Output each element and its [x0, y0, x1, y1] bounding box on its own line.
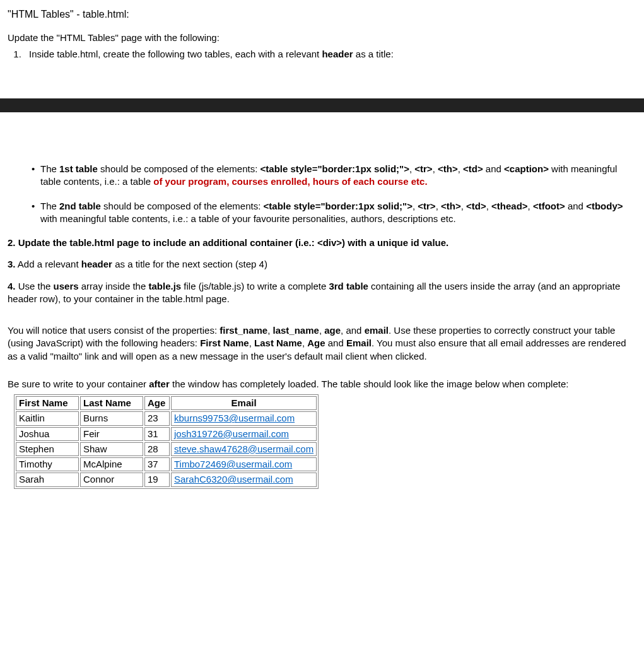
- b1-k: and: [483, 163, 504, 174]
- p2-o: and: [325, 338, 346, 348]
- p2-l: Last Name: [254, 338, 302, 348]
- table-row: TimothyMcAlpine37Timbo72469@usermail.com: [16, 457, 317, 471]
- b2-d: <table style="border:1px solid;">: [264, 201, 413, 211]
- b1-b: 1st table: [59, 163, 98, 174]
- users-table: First Name Last Name Age Email KaitlinBu…: [14, 394, 319, 489]
- s4-c: users: [54, 281, 79, 291]
- b2-c: should be composed of the elements:: [101, 201, 264, 211]
- b2-i: ,: [461, 201, 466, 211]
- cell-last: Feir: [80, 427, 143, 441]
- cell-first: Sarah: [16, 473, 79, 486]
- b2-q: with meaningful table contents, i.e.: a …: [40, 213, 456, 224]
- cell-last: McAlpine: [80, 457, 143, 471]
- table-row: KaitlinBurns23kburns99753@usermail.com: [16, 411, 317, 425]
- b1-c: should be composed of the elements:: [98, 163, 261, 174]
- cell-last: Shaw: [80, 442, 143, 456]
- s3-c: header: [81, 259, 112, 269]
- p2-j: First Name: [200, 338, 249, 348]
- s3-d: as a title for the next section (step 4): [112, 259, 267, 269]
- cell-age: 31: [144, 427, 170, 441]
- s4-e: table.js: [148, 281, 181, 291]
- b1-i: ,: [458, 163, 463, 174]
- b1-f: <tr>: [414, 163, 432, 174]
- step1-text-a: Inside table.html, create the following …: [29, 49, 322, 59]
- cell-email: SarahC6320@usermail.com: [171, 473, 317, 486]
- p2-p: Email: [346, 338, 372, 348]
- p2-m: ,: [302, 338, 307, 348]
- b2-a: The: [40, 201, 59, 211]
- cell-age: 28: [144, 442, 170, 456]
- page-title: "HTML Tables" - table.html:: [8, 8, 636, 21]
- b1-d: <table style="border:1px solid;">: [261, 163, 409, 174]
- intro-line: Update the "HTML Tables" page with the f…: [8, 32, 636, 44]
- divider-bar: [0, 98, 644, 112]
- col-email: Email: [171, 396, 317, 410]
- b2-m: ,: [528, 201, 533, 211]
- step-2: 2. Update the table.html page to include…: [8, 237, 636, 249]
- b1-j: <td>: [463, 163, 483, 174]
- step-3: 3. Add a relevant header as a title for …: [8, 258, 636, 271]
- b2-o: and: [565, 201, 586, 211]
- email-link[interactable]: SarahC6320@usermail.com: [174, 474, 293, 484]
- cell-first: Joshua: [16, 427, 79, 441]
- s3-a: 3.: [8, 259, 16, 269]
- b2-k: ,: [486, 201, 491, 211]
- b2-b: 2nd table: [59, 201, 101, 211]
- col-last-name: Last Name: [80, 396, 143, 410]
- bullet-1: • The 1st table should be composed of th…: [8, 163, 636, 189]
- s4-f: file (js/table.js) to write a complete: [181, 281, 329, 291]
- p2-f: age: [324, 325, 341, 336]
- col-first-name: First Name: [16, 396, 79, 410]
- p2-k: ,: [249, 338, 254, 348]
- cell-email: josh319726@usermail.com: [171, 427, 317, 441]
- cell-age: 23: [144, 411, 170, 425]
- b2-l: <thead>: [491, 201, 528, 211]
- b2-p: <tbody>: [586, 201, 623, 211]
- cell-age: 19: [144, 473, 170, 486]
- col-age: Age: [144, 396, 170, 410]
- p3-c: the window has completely loaded. The ta…: [170, 379, 569, 389]
- p2-e: ,: [319, 325, 324, 336]
- p2-g: , and: [341, 325, 365, 336]
- cell-first: Timothy: [16, 457, 79, 471]
- p3-b: after: [149, 379, 170, 389]
- b2-g: ,: [436, 201, 441, 211]
- b1-a: The: [40, 163, 59, 174]
- s4-a: 4.: [8, 281, 16, 291]
- email-link[interactable]: Timbo72469@usermail.com: [174, 459, 292, 469]
- paragraph-users: You will notice that users consist of th…: [8, 324, 636, 363]
- p2-c: ,: [267, 325, 272, 336]
- table-header-row: First Name Last Name Age Email: [16, 396, 317, 410]
- bullet-icon: •: [32, 163, 40, 189]
- cell-email: steve.shaw47628@usermail.com: [171, 442, 317, 456]
- p2-h: email: [365, 325, 389, 336]
- s3-b: Add a relevant: [16, 259, 81, 269]
- b2-j: <td>: [466, 201, 486, 211]
- p2-b: first_name: [220, 325, 267, 336]
- b1-h: <th>: [438, 163, 458, 174]
- bullet-icon: •: [32, 200, 40, 226]
- cell-last: Connor: [80, 473, 143, 486]
- email-link[interactable]: josh319726@usermail.com: [174, 428, 289, 439]
- s4-g: 3rd table: [329, 281, 368, 291]
- b1-n: of your program, courses enrolled, hours…: [153, 176, 427, 187]
- p3-a: Be sure to write to your container: [8, 379, 149, 389]
- cell-first: Stephen: [16, 442, 79, 456]
- cell-last: Burns: [80, 411, 143, 425]
- table-row: StephenShaw28steve.shaw47628@usermail.co…: [16, 442, 317, 456]
- cell-first: Kaitlin: [16, 411, 79, 425]
- b2-h: <th>: [441, 201, 461, 211]
- email-link[interactable]: steve.shaw47628@usermail.com: [174, 443, 313, 454]
- cell-email: kburns99753@usermail.com: [171, 411, 317, 425]
- b1-g: ,: [433, 163, 438, 174]
- bullet-2: • The 2nd table should be composed of th…: [8, 200, 636, 226]
- p2-d: last_name: [273, 325, 319, 336]
- table-row: SarahConnor19SarahC6320@usermail.com: [16, 473, 317, 486]
- s4-d: array inside the: [79, 281, 149, 291]
- p2-a: You will notice that users consist of th…: [8, 325, 220, 336]
- s4-b: Use the: [16, 281, 54, 291]
- step-4: 4. Use the users array inside the table.…: [8, 280, 636, 306]
- step1-text-b: as a title:: [353, 49, 394, 59]
- cell-age: 37: [144, 457, 170, 471]
- email-link[interactable]: kburns99753@usermail.com: [174, 413, 295, 423]
